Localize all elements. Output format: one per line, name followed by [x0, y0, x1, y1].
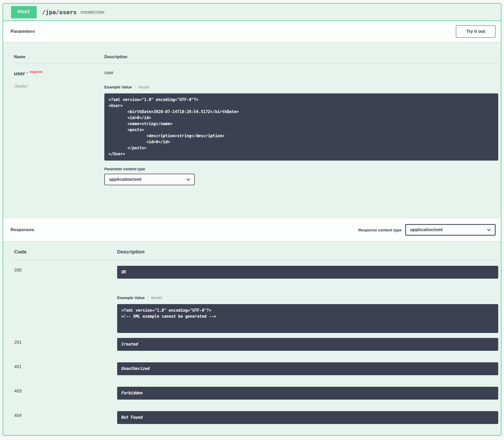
- parameters-section-header: Parameters Try it out: [3, 21, 501, 42]
- parameter-example-code-block: <?xml version="1.0" encoding="UTF-8"?> <…: [104, 93, 498, 161]
- response-description-cell: Not Found: [117, 411, 498, 424]
- response-content-type-value: application/xml: [410, 227, 443, 232]
- response-example-model-tabs: Example Value Model: [117, 295, 498, 300]
- tab-divider: [148, 295, 148, 300]
- parameter-content-type-label: Parameter content type: [104, 167, 498, 171]
- parameter-location: (body): [14, 84, 104, 89]
- response-description-cell: Forbidden: [117, 387, 498, 400]
- response-row-404: 404 Not Found: [14, 411, 498, 424]
- operation-summary-header[interactable]: POST /jpa/users createUser: [3, 4, 501, 21]
- tab-example-value[interactable]: Example Value: [117, 295, 145, 300]
- description-column-header: Description: [117, 249, 498, 255]
- parameters-title: Parameters: [10, 29, 35, 34]
- parameters-body: Name Description user*required (body) us…: [3, 42, 501, 219]
- responses-body: Code Description 200 OK Example Value Mo…: [3, 241, 501, 424]
- response-description-box: Unauthorized: [117, 362, 498, 375]
- parameter-row: user*required (body) user Example Value …: [14, 64, 498, 185]
- response-row-200: 200 OK Example Value Model <?xml version…: [14, 266, 498, 333]
- chevron-down-icon: [486, 227, 491, 232]
- operation-path: /jpa/users: [42, 9, 77, 15]
- response-code: 403: [14, 387, 117, 400]
- http-method-badge: POST: [11, 6, 37, 18]
- response-description-box: Not Found: [117, 411, 498, 424]
- tab-model[interactable]: Model: [151, 295, 162, 300]
- parameter-name: user: [14, 71, 25, 76]
- parameter-content-type-select[interactable]: application/xml: [104, 174, 195, 185]
- parameters-table-header: Name Description: [14, 55, 498, 64]
- try-it-out-button[interactable]: Try it out: [456, 25, 496, 38]
- required-asterisk: *: [26, 71, 28, 76]
- operation-id: createUser: [80, 9, 105, 15]
- response-description-box: OK: [117, 266, 498, 279]
- response-row-401: 401 Unauthorized: [14, 362, 498, 375]
- response-code: 201: [14, 338, 117, 351]
- response-code: 401: [14, 362, 117, 375]
- example-model-tabs: Example Value Model: [104, 84, 498, 90]
- tab-example-value[interactable]: Example Value: [104, 85, 132, 89]
- tab-model[interactable]: Model: [138, 85, 149, 89]
- parameter-name-cell: user*required (body): [14, 70, 104, 185]
- code-column-header: Code: [14, 249, 117, 255]
- responses-table-header: Code Description: [14, 249, 498, 260]
- response-row-201: 201 Created: [14, 338, 498, 351]
- response-content-type-label: Response content type: [358, 228, 402, 232]
- parameter-description: user: [104, 70, 498, 76]
- description-column-header: Description: [104, 55, 498, 59]
- required-label: required: [30, 70, 42, 74]
- response-description-cell: Unauthorized: [117, 362, 498, 375]
- response-description-box: Forbidden: [117, 387, 498, 400]
- response-code: 404: [14, 411, 117, 424]
- responses-section-header: Responses Response content type applicat…: [3, 219, 501, 241]
- parameter-content-type-wrap: Parameter content type application/xml: [104, 167, 498, 185]
- chevron-down-icon: [186, 177, 191, 182]
- response-row-403: 403 Forbidden: [14, 387, 498, 400]
- response-content-type-select[interactable]: application/xml: [405, 224, 496, 236]
- response-description-cell: Created: [117, 338, 498, 351]
- response-example-code-block: <?xml version="1.0" encoding="UTF-8"?> <…: [117, 304, 498, 333]
- response-description-cell: OK Example Value Model <?xml version="1.…: [117, 266, 498, 333]
- post-operation-block: POST /jpa/users createUser Parameters Tr…: [3, 3, 501, 436]
- response-description-box: Created: [117, 338, 498, 351]
- parameter-description-cell: user Example Value Model <?xml version="…: [104, 70, 498, 185]
- responses-title: Responses: [10, 227, 34, 232]
- response-code: 200: [14, 266, 117, 333]
- tab-divider: [135, 84, 135, 90]
- response-content-type-wrap: Response content type application/xml: [358, 224, 496, 236]
- parameter-content-type-value: application/xml: [109, 177, 142, 182]
- name-column-header: Name: [14, 55, 104, 59]
